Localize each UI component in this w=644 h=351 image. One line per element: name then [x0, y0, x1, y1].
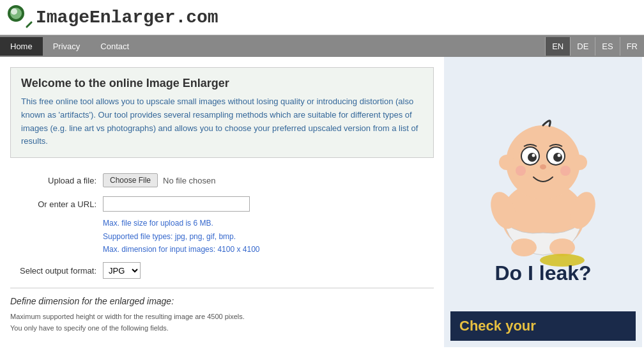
magnifier-handle	[26, 21, 33, 28]
svg-point-7	[553, 153, 562, 162]
svg-point-10	[540, 164, 546, 169]
sidebar-bottom: Check your	[450, 311, 636, 341]
url-control	[103, 196, 250, 212]
url-input[interactable]	[103, 196, 250, 212]
svg-point-6	[528, 153, 537, 162]
nav-bar: Home Privacy Contact EN DE ES FR	[0, 35, 644, 57]
svg-point-3	[572, 155, 587, 170]
format-label: Select output format:	[10, 266, 103, 276]
format-select[interactable]: JPG PNG GIF BMP	[103, 262, 141, 279]
baby-cartoon	[460, 89, 626, 268]
main-content: Welcome to the online Image Enlarger Thi…	[0, 57, 644, 347]
svg-point-12	[560, 166, 571, 176]
define-dimension-label: Define dimension for the enlarged image:…	[10, 296, 434, 334]
choose-file-button[interactable]: Choose File	[103, 173, 158, 187]
small-text-line1: Maximum supported height or width for th…	[10, 311, 434, 323]
url-row: Or enter a URL:	[10, 196, 434, 212]
lang-en[interactable]: EN	[545, 37, 570, 56]
svg-point-15	[511, 238, 537, 256]
lang-fr[interactable]: FR	[620, 37, 644, 56]
svg-point-11	[516, 166, 526, 176]
format-row: Select output format: JPG PNG GIF BMP	[10, 262, 434, 279]
svg-point-1	[506, 125, 580, 199]
format-control: JPG PNG GIF BMP	[103, 262, 141, 279]
do-leak-text: Do I leak?	[494, 261, 591, 285]
nav-contact[interactable]: Contact	[90, 37, 139, 56]
site-title: ImageEnlarger.com	[36, 8, 218, 27]
svg-point-8	[532, 154, 535, 157]
content-area: Welcome to the online Image Enlarger Thi…	[0, 57, 444, 347]
welcome-heading: Welcome to the online Image Enlarger	[21, 77, 423, 90]
upload-label: Upload a file:	[10, 176, 103, 185]
lang-es[interactable]: ES	[595, 37, 619, 56]
nav-privacy[interactable]: Privacy	[43, 37, 91, 56]
language-area: EN DE ES FR	[545, 37, 644, 56]
svg-point-9	[558, 154, 561, 157]
url-label: Or enter a URL:	[10, 199, 103, 209]
upload-control: Choose File No file chosen	[103, 173, 215, 187]
magnifier-inner	[11, 8, 17, 15]
nav-home[interactable]: Home	[0, 37, 43, 56]
small-text-line2: You only have to specify one of the foll…	[10, 323, 434, 334]
info-text-area: Max. file size for upload is 6 MB. Suppo…	[103, 217, 434, 256]
svg-point-2	[499, 155, 514, 170]
lang-de[interactable]: DE	[570, 37, 595, 56]
sidebar: Do I leak? Check your	[444, 57, 642, 347]
upload-row: Upload a file: Choose File No file chose…	[10, 173, 434, 187]
info-line2: Supported file types: jpg, png, gif, bmp…	[103, 230, 434, 243]
form-area: Upload a file: Choose File No file chose…	[10, 171, 434, 336]
svg-point-16	[549, 238, 575, 256]
welcome-box: Welcome to the online Image Enlarger Thi…	[10, 67, 434, 158]
define-label-text: Define dimension for the enlarged image:	[10, 296, 434, 306]
header: ImageEnlarger.com	[0, 0, 644, 35]
welcome-body: This free online tool allows you to upsc…	[21, 95, 423, 148]
no-file-text: No file chosen	[163, 176, 215, 185]
logo-icon	[8, 5, 32, 29]
info-line1: Max. file size for upload is 6 MB.	[103, 217, 434, 230]
sidebar-baby-area: Do I leak?	[450, 63, 636, 311]
check-your-text: Check your	[459, 318, 536, 334]
divider	[10, 288, 434, 288]
info-line3: Max. dimension for input images: 4100 x …	[103, 243, 434, 256]
